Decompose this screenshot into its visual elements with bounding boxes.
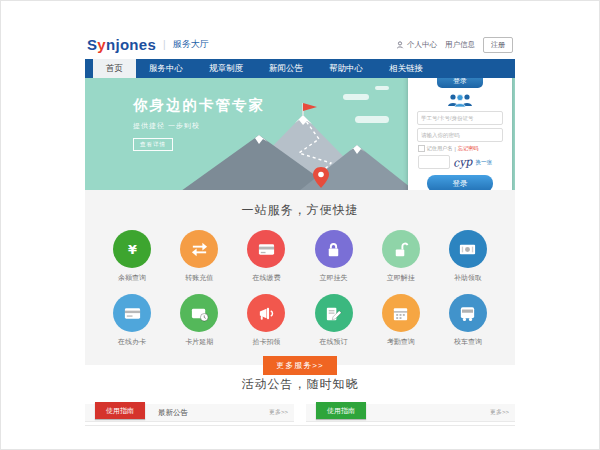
panel-ribbon-tab[interactable]: 使用指南 <box>316 402 366 419</box>
service-label: 校车查询 <box>442 337 494 347</box>
hero-subtitle: 提供捷径 一步到校 <box>133 121 265 131</box>
calendar-icon <box>391 304 410 323</box>
site-header: Synjones | 服务大厅 个人中心 用户信息 注册 <box>85 30 515 59</box>
service-label: 在线办卡 <box>106 337 158 347</box>
service-label: 在线缴费 <box>240 273 292 283</box>
header-right: 个人中心 用户信息 注册 <box>396 37 513 53</box>
hero-cta-button[interactable]: 查看详情 <box>133 138 173 151</box>
services-section: 一站服务，方便快捷 ¥余额查询转账充值在线缴费立即挂失立即解挂补助领取 在线办卡… <box>85 190 515 365</box>
card-clock-icon-circle <box>180 294 218 332</box>
header-divider: | <box>163 39 166 50</box>
service-label: 立即挂失 <box>308 273 360 283</box>
megaphone-icon-circle <box>247 294 285 332</box>
service-label: 卡片延期 <box>173 337 225 347</box>
nav-item-3[interactable]: 新闻公告 <box>256 59 316 78</box>
panel-more-link[interactable]: 更多>> <box>269 408 288 417</box>
yen-icon-circle: ¥ <box>113 230 151 268</box>
service-label: 补助领取 <box>442 273 494 283</box>
card-icon-circle <box>247 230 285 268</box>
logo-text-2: njones <box>106 36 156 53</box>
nav-item-5[interactable]: 相关链接 <box>376 59 436 78</box>
forgot-password-link[interactable]: 忘记密码 <box>458 145 479 152</box>
service-label: 在线预订 <box>308 337 360 347</box>
change-captcha-link[interactable]: 换一张 <box>475 159 492 166</box>
panel-secondary-tab[interactable]: 最新公告 <box>158 408 188 418</box>
card-new-icon <box>123 304 142 323</box>
announcement-panel-1: 使用指南更多>> <box>306 404 515 422</box>
nav-item-2[interactable]: 规章制度 <box>196 59 256 78</box>
transfer-icon <box>190 240 209 259</box>
service-item-8[interactable]: 拾卡招领 <box>240 294 292 347</box>
captcha-input[interactable] <box>418 155 450 169</box>
captcha-image[interactable]: cyp <box>453 156 473 168</box>
service-item-4[interactable]: 立即解挂 <box>375 230 427 283</box>
announcement-panel-0: 使用指南最新公告更多>> <box>85 404 294 422</box>
svg-text:¥: ¥ <box>128 241 137 256</box>
logo-text: S <box>87 36 97 53</box>
service-label: 余额查询 <box>106 273 158 283</box>
service-item-9[interactable]: 在线预订 <box>308 294 360 347</box>
card-new-icon-circle <box>113 294 151 332</box>
panel-more-link[interactable]: 更多>> <box>490 408 509 417</box>
service-item-3[interactable]: 立即挂失 <box>308 230 360 283</box>
remember-checkbox[interactable] <box>418 145 425 152</box>
unlock-icon <box>391 240 410 259</box>
edit-icon <box>324 304 343 323</box>
user-info-link[interactable]: 用户信息 <box>445 40 475 50</box>
service-item-2[interactable]: 在线缴费 <box>240 230 292 283</box>
lock-icon <box>324 240 343 259</box>
nav-item-1[interactable]: 服务中心 <box>136 59 196 78</box>
users-group-icon <box>445 93 475 108</box>
card-clock-icon <box>190 304 209 323</box>
service-label: 转账充值 <box>173 273 225 283</box>
service-label: 立即解挂 <box>375 273 427 283</box>
panel-tab-bar: 使用指南最新公告更多>> <box>85 404 294 422</box>
page-canvas: Synjones | 服务大厅 个人中心 用户信息 注册 首页服务中心规章制度新… <box>0 0 600 450</box>
unlock-icon-circle <box>382 230 420 268</box>
yen-icon: ¥ <box>123 240 142 259</box>
more-services-button[interactable]: 更多服务>> <box>263 356 336 375</box>
cloud-decoration <box>375 86 389 90</box>
service-label: 拾卡招领 <box>240 337 292 347</box>
megaphone-icon <box>257 304 276 323</box>
personal-center-link[interactable]: 个人中心 <box>407 40 437 50</box>
captcha-row: cyp 换一张 <box>418 155 502 169</box>
lock-icon-circle <box>315 230 353 268</box>
login-panel: 登录 记住用户名 | 忘记密码 cyp 换一张 <box>408 78 512 190</box>
person-icon <box>396 41 404 49</box>
login-submit-button[interactable]: 登录 <box>427 175 493 190</box>
username-input[interactable] <box>417 111 503 125</box>
panel-ribbon-tab[interactable]: 使用指南 <box>95 402 145 419</box>
banknote-icon-circle <box>449 230 487 268</box>
service-item-0[interactable]: ¥余额查询 <box>106 230 158 283</box>
login-tab[interactable]: 登录 <box>437 78 483 88</box>
main-nav: 首页服务中心规章制度新闻公告帮助中心相关链接 <box>85 59 515 78</box>
services-row-1: ¥余额查询转账充值在线缴费立即挂失立即解挂补助领取 <box>85 230 515 283</box>
nav-item-0[interactable]: 首页 <box>93 59 136 78</box>
nav-item-4[interactable]: 帮助中心 <box>316 59 376 78</box>
banknote-icon <box>458 240 477 259</box>
announcement-panels: 使用指南最新公告更多>>使用指南更多>> <box>85 404 515 422</box>
service-item-6[interactable]: 在线办卡 <box>106 294 158 347</box>
register-button[interactable]: 注册 <box>483 37 513 53</box>
bus-icon <box>458 304 477 323</box>
login-options-row: 记住用户名 | 忘记密码 <box>418 145 502 152</box>
transfer-icon-circle <box>180 230 218 268</box>
service-item-5[interactable]: 补助领取 <box>442 230 494 283</box>
password-input[interactable] <box>417 128 503 142</box>
panel-tab-bar: 使用指南更多>> <box>306 404 515 422</box>
portal-name: 服务大厅 <box>173 38 209 51</box>
bus-icon-circle <box>449 294 487 332</box>
hero-copy: 你身边的卡管专家 提供捷径 一步到校 查看详情 <box>133 96 265 151</box>
card-icon <box>257 240 276 259</box>
service-item-1[interactable]: 转账充值 <box>173 230 225 283</box>
services-row-2: 在线办卡卡片延期拾卡招领在线预订考勤查询校车查询 <box>85 294 515 347</box>
service-item-11[interactable]: 校车查询 <box>442 294 494 347</box>
service-label: 考勤查询 <box>375 337 427 347</box>
service-item-10[interactable]: 考勤查询 <box>375 294 427 347</box>
logo-accent: y <box>97 36 106 53</box>
service-item-7[interactable]: 卡片延期 <box>173 294 225 347</box>
hero-banner: 你身边的卡管专家 提供捷径 一步到校 查看详情 <box>85 78 515 190</box>
brand-logo[interactable]: Synjones <box>87 36 156 53</box>
edit-icon-circle <box>315 294 353 332</box>
